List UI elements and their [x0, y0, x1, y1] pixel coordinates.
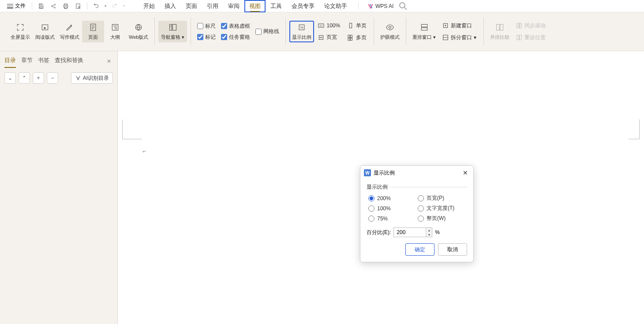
ribbon-group-views: 全屏显示 阅读版式 写作模式 页面 大纲 Web版式 — [4, 16, 154, 47]
fullscreen-button[interactable]: 全屏显示 — [8, 21, 33, 42]
tab-page[interactable]: 页面 — [181, 0, 202, 12]
navpane-icon — [168, 22, 178, 32]
reading-mode-button[interactable]: 阅读版式 — [33, 21, 57, 42]
dialog-title-bar[interactable]: W 显示比例 ✕ — [360, 166, 473, 180]
percent-spinner: ▲ ▼ — [426, 228, 432, 237]
zoom-100-radio[interactable]: 100% — [368, 205, 418, 212]
single-page-button[interactable]: 单页 — [345, 21, 368, 31]
svg-point-25 — [389, 26, 391, 29]
svg-rect-5 — [64, 7, 67, 8]
page-view-button[interactable]: 页面 — [82, 21, 104, 42]
undo-button[interactable] — [91, 1, 101, 11]
eye-icon — [385, 22, 395, 32]
tab-review[interactable]: 审阅 — [223, 0, 244, 12]
sidebar-tab-toc[interactable]: 目录 — [4, 55, 16, 68]
dialog-close-button[interactable]: ✕ — [461, 168, 470, 177]
tab-tools[interactable]: 工具 — [266, 0, 287, 12]
compare-col: 同步滚动 重设位置 — [512, 21, 549, 43]
expand-down-button[interactable]: ⌄ — [4, 72, 16, 84]
ai-button-label: AI识别目录 — [83, 74, 109, 82]
zoom-whole-radio[interactable]: 整页(W) — [418, 215, 467, 222]
save-button[interactable] — [36, 1, 46, 11]
ai-icon — [75, 75, 81, 81]
zoom-textwidth-radio[interactable]: 文字宽度(T) — [418, 205, 467, 212]
remove-button[interactable]: − — [47, 72, 58, 84]
dialog-section-title: 显示比例 — [367, 183, 467, 191]
tab-thesis[interactable]: 论文助手 — [319, 0, 352, 12]
sidebar-tab-find[interactable]: 查找和替换 — [55, 55, 83, 68]
gridlines-checkbox[interactable]: 网格线 — [255, 27, 280, 36]
percent-input-wrap: ▲ ▼ — [393, 227, 432, 237]
add-button[interactable]: + — [33, 72, 44, 84]
side-by-side-button[interactable]: 并排比较 — [487, 21, 512, 42]
zoom-75-radio[interactable]: 75% — [368, 215, 418, 222]
split-window-button[interactable]: 拆分窗口 ▾ — [440, 33, 478, 43]
eye-mode-button[interactable]: 护眼模式 — [378, 21, 402, 42]
rearrange-label: 重排窗口 ▾ — [412, 34, 436, 41]
undo-dropdown[interactable]: ▾ — [103, 4, 108, 8]
file-menu[interactable]: 文件 — [4, 1, 28, 11]
print-preview-button[interactable] — [73, 1, 83, 11]
new-window-button[interactable]: 新建窗口 — [440, 21, 478, 31]
sidebar-tab-bookmark[interactable]: 书签 — [38, 55, 49, 68]
zoom-button[interactable]: % 显示比例 — [289, 21, 314, 42]
tab-start[interactable]: 开始 — [139, 0, 160, 12]
sync-scroll-button[interactable]: 同步滚动 — [514, 21, 547, 31]
wps-ai-button[interactable]: WPS AI — [367, 3, 393, 9]
svg-rect-21 — [348, 35, 350, 37]
navpane-button[interactable]: 导航窗格 ▾ — [158, 21, 187, 42]
ai-icon — [367, 3, 374, 9]
spinner-down[interactable]: ▼ — [426, 232, 432, 237]
reset-pos-button[interactable]: 重设位置 — [514, 33, 547, 43]
mark-checkbox[interactable]: 标记 — [196, 33, 217, 42]
sidebar-tab-row: 目录 章节 书签 查找和替换 ✕ — [0, 51, 117, 68]
window-col: 新建窗口 拆分窗口 ▾ — [438, 21, 480, 43]
show-col-2: 表格虚框 任务窗格 — [218, 22, 253, 42]
ribbon-group-nav: 导航窗格 ▾ — [155, 16, 191, 47]
rearrange-icon — [419, 22, 429, 32]
svg-rect-4 — [64, 4, 67, 5]
collapse-up-button[interactable]: ⌃ — [19, 72, 30, 84]
wps-ai-label: WPS AI — [375, 3, 393, 9]
tab-member[interactable]: 会员专享 — [287, 0, 319, 12]
multi-page-button[interactable]: 多页 — [345, 33, 368, 43]
sidebar-tab-chapter[interactable]: 章节 — [21, 55, 33, 68]
taskpane-checkbox[interactable]: 任务窗格 — [220, 33, 251, 42]
zoom-pagewidth-radio[interactable]: 页宽(P) — [418, 194, 467, 202]
sidebar-close-button[interactable]: ✕ — [105, 56, 113, 66]
ai-detect-toc-button[interactable]: AI识别目录 — [71, 72, 113, 84]
print-button[interactable] — [60, 1, 71, 11]
zoom-label: 显示比例 — [292, 34, 311, 41]
writing-mode-button[interactable]: 写作模式 — [57, 21, 82, 42]
table-border-checkbox[interactable]: 表格虚框 — [220, 22, 251, 31]
menu-tabs: 开始 插入 页面 引用 审阅 视图 工具 会员专享 论文助手 — [139, 0, 352, 12]
redo-dropdown[interactable]: ▾ — [122, 4, 126, 8]
ribbon-group-window: 重排窗口 ▾ 新建窗口 拆分窗口 ▾ — [406, 16, 483, 47]
show-col-3: 网格线 — [253, 27, 282, 36]
cancel-button[interactable]: 取消 — [438, 243, 467, 256]
svg-point-1 — [51, 5, 52, 6]
tab-view[interactable]: 视图 — [244, 0, 266, 12]
percent-sign: % — [435, 229, 440, 235]
zoom-200-radio[interactable]: 200% — [368, 194, 418, 202]
tab-insert[interactable]: 插入 — [160, 0, 181, 12]
ruler-checkbox[interactable]: 标尺 — [196, 22, 217, 31]
web-view-button[interactable]: Web版式 — [126, 21, 151, 42]
spinner-up[interactable]: ▲ — [426, 228, 432, 232]
paragraph-mark: ↵ — [142, 149, 146, 154]
outline-button[interactable]: 大纲 — [104, 21, 126, 42]
hundred-percent-button[interactable]: 1:1100% — [316, 21, 342, 30]
page-icon — [88, 22, 98, 32]
side-by-side-icon — [495, 22, 505, 32]
workspace: 目录 章节 书签 查找和替换 ✕ ⌄ ⌃ + − AI识别目录 ↵ — [0, 51, 644, 324]
page-width-button[interactable]: 页宽 — [316, 32, 342, 42]
tab-reference[interactable]: 引用 — [202, 0, 223, 12]
ok-button[interactable]: 确定 — [405, 243, 434, 256]
redo-button[interactable] — [109, 1, 120, 11]
share-button[interactable] — [48, 1, 59, 11]
search-button[interactable] — [398, 1, 408, 11]
rearrange-button[interactable]: 重排窗口 ▾ — [410, 21, 438, 42]
dialog-body: 显示比例 200% 页宽(P) 100% 文字宽度(T) 75% 整页(W) 百… — [360, 180, 473, 262]
reading-label: 阅读版式 — [35, 34, 55, 41]
show-col-1: 标尺 标记 — [195, 22, 218, 42]
